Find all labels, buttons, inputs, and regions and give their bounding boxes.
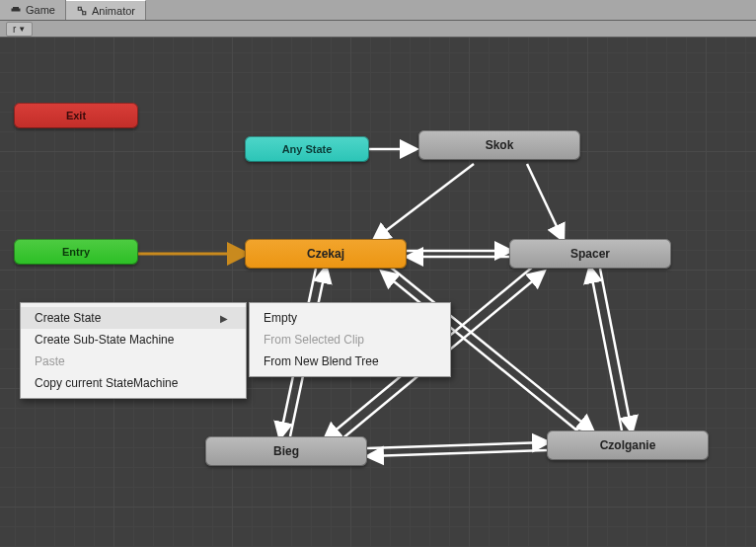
animator-canvas[interactable]: Exit Entry Any State Czekaj Skok Spacer … xyxy=(0,38,756,547)
toolbar-dropdown[interactable]: r ▼ xyxy=(6,22,33,37)
node-skok[interactable]: Skok xyxy=(418,130,580,160)
tab-animator[interactable]: Animator xyxy=(66,0,146,20)
menu-create-sub-state-machine[interactable]: Create Sub-State Machine xyxy=(21,329,246,351)
tab-animator-label: Animator xyxy=(92,5,135,17)
node-entry[interactable]: Entry xyxy=(14,239,138,265)
node-label: Skok xyxy=(486,138,514,152)
node-label: Exit xyxy=(66,110,86,121)
node-label: Bieg xyxy=(273,444,299,458)
chevron-down-icon: ▼ xyxy=(18,25,26,34)
menu-item-label: Copy current StateMachine xyxy=(35,376,178,390)
menu-item-label: From New Blend Tree xyxy=(264,354,379,368)
chevron-right-icon: ▶ xyxy=(220,313,228,324)
node-label: Entry xyxy=(62,246,90,258)
menu-copy-current-statemachine[interactable]: Copy current StateMachine xyxy=(21,372,246,394)
node-label: Spacer xyxy=(570,247,610,261)
toolbar-dropdown-label: r xyxy=(13,24,16,35)
tab-game[interactable]: Game xyxy=(0,0,66,20)
submenu-from-new-blend-tree[interactable]: From New Blend Tree xyxy=(250,351,450,372)
game-icon xyxy=(10,4,22,16)
node-label: Czolganie xyxy=(600,438,656,452)
menu-create-state[interactable]: Create State ▶ xyxy=(21,307,246,329)
node-bieg[interactable]: Bieg xyxy=(205,436,367,466)
submenu-from-selected-clip: From Selected Clip xyxy=(250,329,450,351)
node-czolganie[interactable]: Czolganie xyxy=(547,430,709,460)
node-spacer[interactable]: Spacer xyxy=(509,239,671,269)
menu-item-label: Create State xyxy=(35,311,101,325)
menu-item-label: Create Sub-State Machine xyxy=(35,333,174,347)
menu-item-label: Paste xyxy=(35,354,65,368)
context-menu: Create State ▶ Create Sub-State Machine … xyxy=(20,302,247,399)
menu-item-label: Empty xyxy=(264,311,297,325)
node-czekaj[interactable]: Czekaj xyxy=(245,239,407,269)
submenu-empty[interactable]: Empty xyxy=(250,307,450,329)
node-label: Any State xyxy=(282,143,333,155)
tab-game-label: Game xyxy=(26,4,55,16)
node-any-state[interactable]: Any State xyxy=(245,136,369,162)
sub-toolbar: r ▼ xyxy=(0,21,756,38)
node-exit[interactable]: Exit xyxy=(14,103,138,128)
tab-bar: Game Animator xyxy=(0,0,756,21)
menu-paste: Paste xyxy=(21,351,246,372)
animator-icon xyxy=(76,5,88,17)
menu-item-label: From Selected Clip xyxy=(264,333,364,347)
context-submenu: Empty From Selected Clip From New Blend … xyxy=(249,302,451,377)
node-label: Czekaj xyxy=(307,247,344,261)
